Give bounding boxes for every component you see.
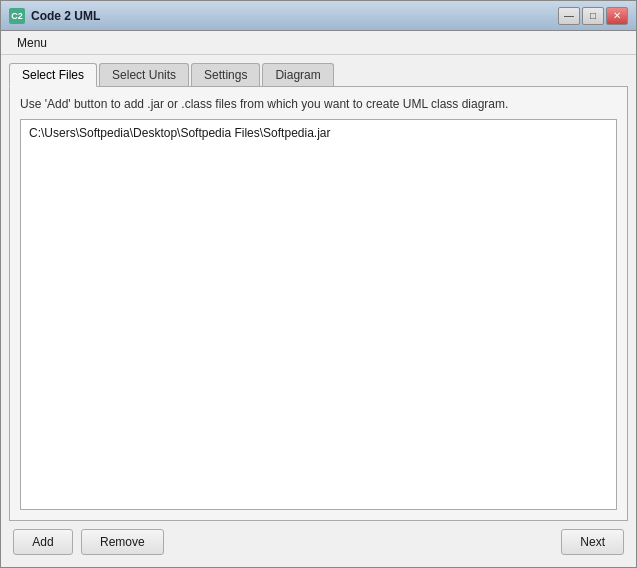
add-button[interactable]: Add <box>13 529 73 555</box>
window-title: Code 2 UML <box>31 9 100 23</box>
tab-content-panel: Use 'Add' button to add .jar or .class f… <box>9 87 628 521</box>
tabs-container: Select Files Select Units Settings Diagr… <box>9 63 628 87</box>
maximize-button[interactable]: □ <box>582 7 604 25</box>
title-bar-left: C2 Code 2 UML <box>9 8 100 24</box>
tab-settings[interactable]: Settings <box>191 63 260 86</box>
content-area: Select Files Select Units Settings Diagr… <box>1 55 636 567</box>
main-window: C2 Code 2 UML — □ ✕ Menu Select Files Se… <box>0 0 637 568</box>
instruction-text: Use 'Add' button to add .jar or .class f… <box>20 97 617 111</box>
file-list-box[interactable]: C:\Users\Softpedia\Desktop\Softpedia Fil… <box>20 119 617 510</box>
bottom-buttons: Add Remove Next <box>9 521 628 559</box>
title-bar: C2 Code 2 UML — □ ✕ <box>1 1 636 31</box>
minimize-button[interactable]: — <box>558 7 580 25</box>
bottom-left-buttons: Add Remove <box>13 529 164 555</box>
menu-menu-item[interactable]: Menu <box>9 34 55 52</box>
tab-select-units[interactable]: Select Units <box>99 63 189 86</box>
tab-select-files[interactable]: Select Files <box>9 63 97 87</box>
close-button[interactable]: ✕ <box>606 7 628 25</box>
file-entry-0: C:\Users\Softpedia\Desktop\Softpedia Fil… <box>25 124 612 142</box>
remove-button[interactable]: Remove <box>81 529 164 555</box>
next-button[interactable]: Next <box>561 529 624 555</box>
title-bar-buttons: — □ ✕ <box>558 7 628 25</box>
menu-bar: Menu <box>1 31 636 55</box>
app-icon: C2 <box>9 8 25 24</box>
tab-diagram[interactable]: Diagram <box>262 63 333 86</box>
